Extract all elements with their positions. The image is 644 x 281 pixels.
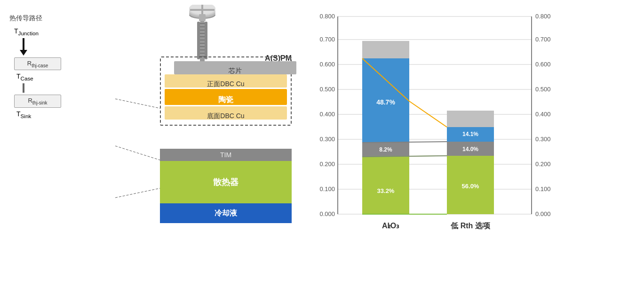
layer-tim: TIM — [160, 149, 292, 161]
t-sink-label: TSink — [16, 110, 31, 118]
svg-text:0.000: 0.000 — [535, 210, 550, 217]
bar2-chip — [447, 111, 494, 127]
thermal-path: TJunction Rthj-case TCase — [14, 27, 103, 119]
svg-rect-7 — [199, 14, 206, 21]
svg-text:0.400: 0.400 — [535, 111, 550, 118]
bar2-tim-pct: 14.0% — [462, 146, 478, 153]
svg-text:0.000: 0.000 — [319, 210, 335, 217]
svg-text:0.200: 0.200 — [319, 161, 335, 168]
r-thj-sink-box: Rthj-sink — [14, 95, 61, 108]
layer-dbc-top: 正面DBC Cu — [165, 74, 287, 88]
bar2-ceramic-pct: 14.1% — [462, 131, 478, 137]
layer-heatsink: 散热器 — [160, 161, 292, 203]
bar1-xlabel2: ₂O₃ — [388, 222, 399, 230]
svg-text:0.600: 0.600 — [535, 61, 550, 68]
bar2-heatsink-pct: 56.0% — [462, 183, 479, 190]
r-thj-case-box: Rthj-case — [14, 57, 61, 71]
bar1-tim-pct: 8.2% — [379, 146, 392, 153]
layer-chip: 芯片 — [174, 61, 296, 74]
svg-text:0.100: 0.100 — [319, 185, 335, 193]
svg-text:0.800: 0.800 — [535, 13, 550, 20]
layer-dbc-bottom: 底面DBC Cu — [165, 106, 287, 120]
middle-section: A(S)PM 芯片 正面DBC Cu 陶瓷 底面DBC Cu TIM 散热器 冷… — [113, 0, 310, 281]
screw-image — [183, 5, 221, 61]
bar1-heatsink-pct: 33.2% — [377, 187, 395, 194]
bar2-xlabel: 低 Rth 选项 — [450, 222, 491, 230]
heat-path-title: 热传导路径 — [9, 14, 103, 23]
y-axis-left: 0.000 0.100 0.200 0.300 0.400 0.500 0.60… — [319, 13, 532, 217]
t-junction-label: TJunction — [14, 27, 39, 36]
bar1-heatsink — [362, 157, 409, 214]
bar-chart-svg: 0.000 0.100 0.200 0.300 0.400 0.500 0.60… — [315, 7, 550, 252]
svg-text:0.500: 0.500 — [535, 86, 550, 93]
svg-text:0.100: 0.100 — [535, 185, 550, 193]
svg-rect-21 — [205, 22, 207, 59]
svg-text:0.700: 0.700 — [535, 36, 550, 43]
t-case-label: TCase — [16, 72, 33, 80]
layer-ceramic: 陶瓷 — [165, 89, 287, 105]
left-section: 热传导路径 TJunction Rthj-case TCase — [0, 0, 113, 133]
y-axis-right: 0.000 0.100 0.200 0.300 0.400 0.500 0.60… — [535, 13, 550, 217]
svg-text:0.300: 0.300 — [535, 136, 550, 143]
svg-line-25 — [115, 188, 160, 198]
svg-line-24 — [115, 146, 160, 160]
svg-rect-20 — [197, 22, 200, 59]
bar1-chip — [362, 41, 409, 58]
svg-text:0.500: 0.500 — [319, 86, 335, 93]
svg-line-23 — [115, 99, 160, 108]
svg-text:0.800: 0.800 — [319, 13, 335, 20]
svg-text:0.300: 0.300 — [319, 136, 335, 143]
svg-text:0.600: 0.600 — [319, 61, 335, 68]
main-container: 热传导路径 TJunction Rthj-case TCase — [0, 0, 644, 281]
bar1-ceramic-pct: 48.7% — [376, 98, 395, 106]
right-section: 0.000 0.100 0.200 0.300 0.400 0.500 0.60… — [310, 0, 644, 281]
module-dashed-box: 芯片 正面DBC Cu 陶瓷 底面DBC Cu — [160, 56, 292, 126]
svg-text:0.200: 0.200 — [535, 161, 550, 168]
layer-coolant: 冷却液 — [160, 203, 292, 223]
svg-text:0.400: 0.400 — [319, 111, 335, 118]
svg-text:0.700: 0.700 — [319, 36, 335, 43]
